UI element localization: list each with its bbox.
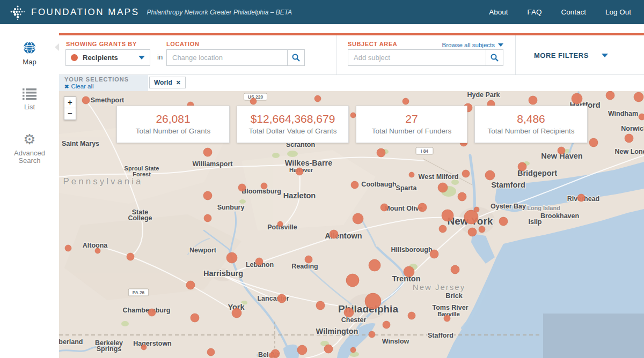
grant-location-dot[interactable] <box>82 96 90 104</box>
grant-location-dot[interactable] <box>350 347 356 353</box>
unloaded-map-tile <box>543 314 644 358</box>
grant-location-dot[interactable] <box>458 192 466 201</box>
grant-location-dot[interactable] <box>65 245 71 251</box>
grant-location-dot[interactable] <box>383 321 390 329</box>
grant-location-dot[interactable] <box>226 252 237 263</box>
search-icon <box>491 54 499 62</box>
grant-location-dot[interactable] <box>451 265 459 274</box>
grant-location-dot[interactable] <box>518 162 526 171</box>
grant-location-dot[interactable] <box>634 92 643 102</box>
grant-location-dot[interactable] <box>250 98 257 105</box>
grant-location-dot[interactable] <box>558 147 565 154</box>
grant-location-dot[interactable] <box>324 345 333 353</box>
foundation-maps-logo-icon <box>10 4 26 20</box>
grant-location-dot[interactable] <box>485 170 495 180</box>
grant-location-dot[interactable] <box>442 210 453 221</box>
grant-location-dot[interactable] <box>529 96 537 105</box>
grants-by-dropdown[interactable]: Recipients <box>65 49 150 66</box>
subject-search-box <box>348 49 503 66</box>
grant-location-dot[interactable] <box>589 138 598 147</box>
grant-location-dot[interactable] <box>351 181 358 189</box>
location-input[interactable] <box>167 50 287 65</box>
grant-location-dot[interactable] <box>344 308 354 317</box>
grant-location-dot[interactable] <box>409 172 414 177</box>
grant-location-dot[interactable] <box>468 228 477 236</box>
grant-location-dot[interactable] <box>380 204 388 211</box>
map-label: Cumberland <box>59 338 83 346</box>
grant-location-dot[interactable] <box>148 309 156 316</box>
grant-location-dot[interactable] <box>499 217 508 226</box>
grant-location-dot[interactable] <box>296 168 303 175</box>
grant-location-dot[interactable] <box>439 225 447 233</box>
sidebar-item-map[interactable]: Map <box>0 40 59 66</box>
grant-location-dot[interactable] <box>408 312 415 319</box>
subject-search-button[interactable] <box>486 50 503 65</box>
grant-location-dot[interactable] <box>127 253 134 260</box>
grant-location-dot[interactable] <box>365 293 381 309</box>
subject-input[interactable] <box>348 50 486 65</box>
nav-link-contact[interactable]: Contact <box>561 8 586 16</box>
browse-all-subjects-link[interactable]: Browse all subjects <box>435 42 503 48</box>
grant-location-dot[interactable] <box>418 203 427 212</box>
grant-location-dot[interactable] <box>474 207 479 212</box>
grant-location-dot[interactable] <box>305 256 312 263</box>
grant-location-dot[interactable] <box>639 114 644 120</box>
map-canvas[interactable]: US 220I 84PA 26 SmethportSaint MarysPenn… <box>59 91 644 358</box>
nav-link-logout[interactable]: Log Out <box>605 8 631 16</box>
sidebar-item-advanced-search[interactable]: ⚙⚙ Advanced Search <box>0 132 59 165</box>
grant-location-dot[interactable] <box>255 258 263 265</box>
sidebar-item-label: List <box>0 103 59 111</box>
grant-location-dot[interactable] <box>207 348 215 356</box>
grant-location-dot[interactable] <box>232 308 241 318</box>
clear-all-link[interactable]: ✖ Clear all <box>64 83 148 89</box>
grant-location-dot[interactable] <box>314 95 321 102</box>
grant-location-dot[interactable] <box>316 301 325 310</box>
nav-link-faq[interactable]: FAQ <box>527 8 541 16</box>
grant-location-dot[interactable] <box>191 314 199 322</box>
zoom-control: + − <box>64 96 76 120</box>
grant-location-dot[interactable] <box>95 248 100 253</box>
grant-location-dot[interactable] <box>277 294 286 303</box>
grant-location-dot[interactable] <box>438 183 448 192</box>
grant-location-dot[interactable] <box>479 226 485 233</box>
grant-location-dot[interactable] <box>277 221 283 227</box>
grant-location-dot[interactable] <box>606 91 614 100</box>
grant-location-dot[interactable] <box>572 93 582 104</box>
grant-location-dot[interactable] <box>261 183 267 189</box>
map-label: Oyster Bay <box>491 203 526 210</box>
grant-location-dot[interactable] <box>369 259 380 271</box>
route-shield-label: PA 26 <box>133 290 145 295</box>
zoom-out-button[interactable]: − <box>64 108 76 120</box>
grant-location-dot[interactable] <box>203 191 212 200</box>
stat-value: $12,664,368,679 <box>251 112 335 126</box>
grant-location-dot[interactable] <box>141 345 147 350</box>
map-label: Winslow <box>382 338 409 345</box>
grant-location-dot[interactable] <box>346 274 359 287</box>
selection-chip-world[interactable]: World ✕ <box>149 77 186 88</box>
grant-location-dot[interactable] <box>402 98 409 105</box>
grant-location-dot[interactable] <box>297 345 307 355</box>
grant-location-dot[interactable] <box>204 214 211 222</box>
grant-location-dot[interactable] <box>186 281 195 289</box>
more-filters-button[interactable]: MORE FILTERS <box>534 51 608 59</box>
grant-location-dot[interactable] <box>330 230 338 238</box>
grant-location-dot[interactable] <box>353 213 363 224</box>
sidebar-item-list[interactable]: List <box>0 88 59 111</box>
grant-location-dot[interactable] <box>625 134 633 143</box>
grant-location-dot[interactable] <box>444 315 450 322</box>
grant-location-dot[interactable] <box>430 250 438 258</box>
location-search-button[interactable] <box>287 50 304 65</box>
zoom-in-button[interactable]: + <box>64 96 76 108</box>
grant-location-dot[interactable] <box>462 170 470 177</box>
map-label: Chambersburg <box>123 307 171 314</box>
grant-location-dot[interactable] <box>203 148 212 156</box>
showing-grants-by-label: SHOWING GRANTS BY <box>66 41 137 47</box>
grant-location-dot[interactable] <box>404 266 414 277</box>
grant-location-dot[interactable] <box>377 148 385 157</box>
grant-location-dot[interactable] <box>269 353 274 358</box>
map-label: West Milford <box>419 173 459 181</box>
grant-location-dot[interactable] <box>577 194 585 202</box>
grant-location-dot[interactable] <box>238 184 246 191</box>
nav-link-about[interactable]: About <box>489 8 508 16</box>
grant-location-dot[interactable] <box>369 331 375 338</box>
